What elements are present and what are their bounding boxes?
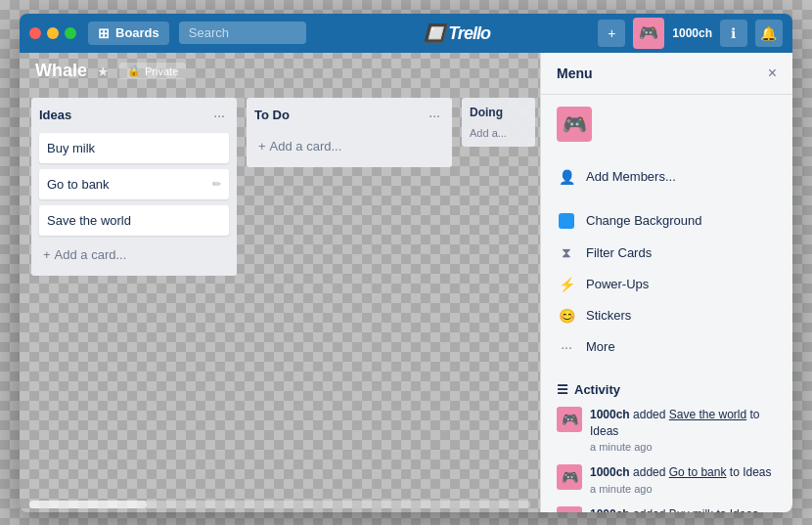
card-go-to-bank-text: Go to bank <box>47 177 110 192</box>
filter-icon: ⧗ <box>557 244 576 261</box>
add-icon-todo: + <box>258 139 266 153</box>
list-doing-header: Doing <box>470 106 527 119</box>
menu-header: Menu × <box>541 53 792 95</box>
menu-item-power-ups[interactable]: ⚡ Power-Ups <box>541 269 792 300</box>
boards-button[interactable]: ⊞ Boards <box>88 22 169 45</box>
card-buy-milk-text: Buy milk <box>47 141 95 155</box>
titlebar: ⊞ Boards 🔲 Trello + 🎮 1000ch ℹ 🔔 <box>20 14 792 53</box>
activity-item-1: 🎮 1000ch added Save the world to Ideas a… <box>557 407 777 454</box>
lock-icon: 🔒 <box>127 65 141 77</box>
list-todo-header: To Do ··· <box>254 106 444 125</box>
traffic-lights <box>29 27 76 39</box>
boards-label: Boards <box>115 25 159 40</box>
list-todo-title: To Do <box>254 108 290 122</box>
menu-item-more[interactable]: ··· More <box>541 331 792 363</box>
menu-title: Menu <box>557 66 593 81</box>
maximize-window-button[interactable] <box>65 27 76 39</box>
add-card-todo-label: Add a card... <box>270 139 342 153</box>
app-window: ⊞ Boards 🔲 Trello + 🎮 1000ch ℹ 🔔 Whale ★ <box>20 14 792 512</box>
activity-section: ☰ Activity 🎮 1000ch added Save the world… <box>541 374 792 512</box>
board-visibility-button[interactable]: 🔒 Private <box>119 63 186 79</box>
add-card-doing-button[interactable]: Add a... <box>470 127 527 139</box>
list-doing-title: Doing <box>470 106 503 119</box>
list-ideas: Ideas ··· Buy milk Go to bank ✏ Save the… <box>31 98 237 276</box>
menu-item-filter-cards[interactable]: ⧗ Filter Cards <box>541 237 792 269</box>
list-ideas-title: Ideas <box>39 108 71 122</box>
activity-item-2: 🎮 1000ch added Go to bank to Ideas a min… <box>557 464 777 495</box>
menu-item-change-bg[interactable]: Change Background <box>541 204 792 237</box>
activity-text-1: 1000ch added Save the world to Ideas <box>590 407 777 440</box>
info-button[interactable]: ℹ <box>720 20 747 47</box>
sticker-icon: 😊 <box>557 308 576 324</box>
card-buy-milk[interactable]: Buy milk <box>39 133 229 163</box>
menu-user-avatar[interactable]: 🎮 <box>557 107 592 142</box>
activity-item-3: 🎮 1000ch added Buy milk to Ideas a minut… <box>557 506 777 511</box>
add-card-ideas-button[interactable]: + Add a card... <box>39 241 229 268</box>
menu-filter-cards-label: Filter Cards <box>586 245 652 260</box>
menu-power-ups-label: Power-Ups <box>586 277 649 291</box>
board-visibility-label: Private <box>145 66 178 77</box>
list-ideas-menu-button[interactable]: ··· <box>209 106 229 125</box>
more-icon: ··· <box>557 339 576 355</box>
search-input[interactable] <box>179 22 306 44</box>
menu-more-label: More <box>586 339 615 354</box>
person-icon: 👤 <box>557 169 576 185</box>
menu-item-stickers[interactable]: 😊 Stickers <box>541 300 792 331</box>
activity-icon: ☰ <box>557 382 568 397</box>
activity-text-3: 1000ch added Buy milk to Ideas <box>590 506 758 511</box>
menu-stickers-label: Stickers <box>586 308 631 323</box>
main-content: Whale ★ 🔒 Private Ideas ··· Buy milk <box>20 53 792 512</box>
trello-logo: 🔲 Trello <box>424 22 490 44</box>
list-doing: Doing Add a... <box>462 98 535 147</box>
notifications-button[interactable]: 🔔 <box>755 20 783 47</box>
add-icon: + <box>43 247 51 262</box>
add-card-todo-button[interactable]: + Add a card... <box>254 133 444 159</box>
add-card-ideas-label: Add a card... <box>55 247 127 262</box>
activity-avatar-3: 🎮 <box>557 506 582 511</box>
board-star-icon[interactable]: ★ <box>97 64 110 79</box>
bg-color-icon <box>557 212 576 229</box>
list-ideas-header: Ideas ··· <box>39 106 229 125</box>
activity-time-2: a minute ago <box>590 483 772 495</box>
board-header: Whale ★ 🔒 Private <box>20 53 540 90</box>
card-go-to-bank[interactable]: Go to bank ✏ <box>39 169 229 199</box>
close-window-button[interactable] <box>29 27 41 39</box>
menu-add-members-label: Add Members... <box>586 169 676 184</box>
menu-avatar-row: 🎮 <box>541 95 792 150</box>
lightning-icon: ⚡ <box>557 277 576 292</box>
board-content: Whale ★ 🔒 Private Ideas ··· Buy milk <box>20 53 540 512</box>
user-avatar-button[interactable]: 🎮 <box>633 18 664 49</box>
menu-item-add-members[interactable]: 👤 Add Members... <box>541 161 792 193</box>
horizontal-scrollbar[interactable] <box>29 501 530 508</box>
activity-avatar-2: 🎮 <box>557 464 582 490</box>
menu-change-bg-label: Change Background <box>586 213 702 228</box>
menu-close-button[interactable]: × <box>768 65 777 82</box>
user-label: 1000ch <box>672 26 712 40</box>
scrollbar-thumb[interactable] <box>29 501 147 508</box>
card-save-world-text: Save the world <box>47 213 131 228</box>
minimize-window-button[interactable] <box>47 27 59 39</box>
activity-avatar-1: 🎮 <box>557 407 582 432</box>
list-todo: To Do ··· + Add a card... <box>247 98 452 167</box>
activity-time-1: a minute ago <box>590 441 777 453</box>
menu-panel: Menu × 🎮 👤 Add Members... Change Backgro… <box>540 53 792 512</box>
card-edit-icon: ✏ <box>212 178 221 191</box>
titlebar-right: + 🎮 1000ch ℹ 🔔 <box>598 18 783 49</box>
lists-area: Ideas ··· Buy milk Go to bank ✏ Save the… <box>20 90 540 497</box>
activity-text-2: 1000ch added Go to bank to Ideas <box>590 464 772 481</box>
card-save-world[interactable]: Save the world <box>39 205 229 236</box>
add-button[interactable]: + <box>598 20 625 47</box>
list-todo-menu-button[interactable]: ··· <box>425 106 444 125</box>
board-title: Whale <box>35 61 87 81</box>
activity-title: ☰ Activity <box>557 382 777 397</box>
